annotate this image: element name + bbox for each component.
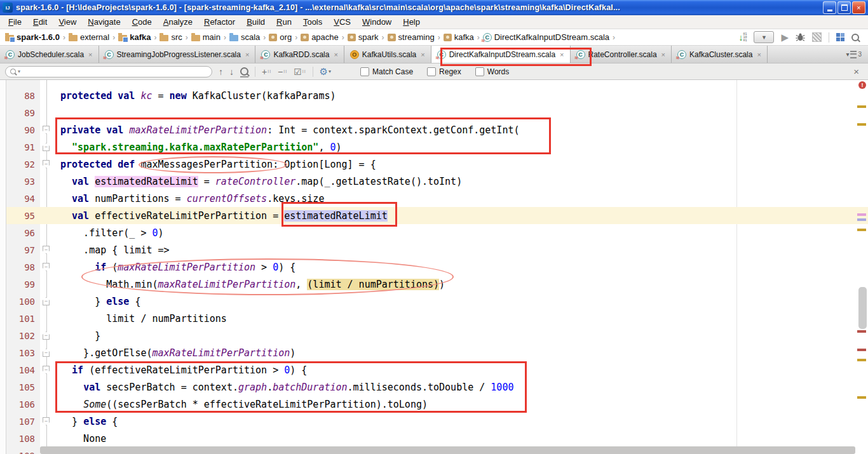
tab-kafkacluster-scala[interactable]: CKafkaCluster.scala× — [672, 46, 768, 63]
fold-marker[interactable]: − — [43, 246, 50, 254]
code-line[interactable]: 102− } — [6, 327, 868, 344]
fold-marker[interactable]: − — [43, 297, 50, 305]
code-line[interactable]: 103− }.getOrElse(maxRateLimitPerPartitio… — [6, 344, 868, 361]
checkbox-words[interactable]: Words — [475, 67, 509, 76]
select-all-occurrences-button[interactable]: ☑II — [294, 67, 306, 76]
fold-marker[interactable]: − — [43, 349, 50, 357]
stripe-mark[interactable] — [857, 359, 866, 361]
menu-item-edit[interactable]: Edit — [27, 16, 53, 28]
code-line[interactable]: 99 Math.min(maxRateLimitPerPartition, (l… — [6, 276, 868, 293]
breadcrumb-item-scala[interactable]: scala — [228, 32, 261, 42]
close-tab-icon[interactable]: × — [88, 51, 92, 58]
code-line[interactable]: 106 Some((secsPerBatch * effectiveRateLi… — [6, 396, 868, 413]
breadcrumb-item-spark-1-6-0[interactable]: spark-1.6.0 — [4, 32, 61, 42]
tab-directkafkainputdstream-scala[interactable]: CDirectKafkaInputDStream.scala× — [431, 46, 571, 63]
code-line[interactable]: 100− } else { — [6, 293, 868, 310]
fold-marker[interactable]: − — [43, 160, 50, 168]
checkbox-match-case[interactable]: Match Case — [360, 67, 413, 76]
coverage-icon[interactable] — [812, 32, 822, 42]
close-tab-icon[interactable]: × — [661, 51, 665, 58]
stripe-mark[interactable] — [857, 229, 866, 231]
code-line[interactable]: 93 val estimatedRateLimit = rateControll… — [6, 173, 868, 190]
debug-icon[interactable] — [796, 32, 805, 42]
search-icon[interactable] — [851, 34, 859, 41]
code-line[interactable]: 90−private val maxRateLimitPerPartition:… — [6, 121, 868, 138]
breadcrumb-item-apache[interactable]: apache — [299, 32, 340, 42]
search-history-dropdown-icon[interactable]: ▾ — [18, 69, 20, 74]
tab-jobscheduler-scala[interactable]: CJobScheduler.scala× — [0, 46, 99, 63]
code-line[interactable]: 88protected val kc = new KafkaCluster(ka… — [6, 87, 868, 104]
close-tab-icon[interactable]: × — [334, 51, 337, 58]
horizontal-scrollbar[interactable] — [40, 446, 855, 454]
remove-selection-button[interactable]: −II — [278, 67, 287, 76]
menu-item-tools[interactable]: Tools — [297, 16, 328, 28]
code-line[interactable]: 98− if (maxRateLimitPerPartition > 0) { — [6, 258, 868, 276]
breadcrumb-item-src[interactable]: src — [158, 32, 183, 42]
restore-button[interactable] — [837, 1, 851, 14]
code-line[interactable]: 89 — [6, 104, 868, 121]
menu-item-file[interactable]: File — [3, 16, 27, 28]
previous-occurrence-button[interactable]: ↑ — [219, 67, 223, 76]
tab-streamingjobprogresslistener-scala[interactable]: CStreamingJobProgressListener.scala× — [99, 46, 256, 63]
breadcrumb-item-directkafkainputdstream-scala[interactable]: CDirectKafkaInputDStream.scala — [482, 32, 611, 42]
menu-item-refactor[interactable]: Refactor — [198, 16, 241, 28]
run-icon[interactable]: ▶ — [781, 32, 789, 42]
menu-item-window[interactable]: Window — [356, 16, 397, 28]
fold-marker[interactable]: − — [43, 143, 50, 151]
menu-item-run[interactable]: Run — [271, 16, 297, 28]
run-config-dropdown[interactable]: ▼ — [754, 31, 774, 43]
fold-marker[interactable]: − — [43, 126, 50, 134]
vcs-update-icon[interactable]: ↓011001 — [738, 32, 747, 42]
fold-marker[interactable]: − — [43, 417, 50, 425]
breadcrumb-item-streaming[interactable]: streaming — [386, 32, 436, 42]
breadcrumb-item-kafka[interactable]: kafka — [442, 32, 475, 42]
minimize-button[interactable] — [823, 1, 836, 14]
code-line[interactable]: 101 limit / numPartitions — [6, 310, 868, 327]
breadcrumb-item-org[interactable]: org — [268, 32, 293, 42]
code-line[interactable]: 96 .filter(_ > 0) — [6, 224, 868, 241]
grid-icon[interactable] — [836, 33, 844, 41]
fold-marker[interactable]: − — [43, 331, 50, 340]
breadcrumb-item-kafka[interactable]: kafka — [117, 32, 152, 42]
error-indicator[interactable]: ! — [858, 81, 866, 89]
code-line[interactable]: 108 None — [6, 430, 868, 447]
close-tab-icon[interactable]: × — [245, 51, 249, 58]
close-tab-icon[interactable]: × — [421, 51, 424, 58]
stripe-mark[interactable] — [857, 123, 866, 126]
stripe-mark[interactable] — [857, 218, 866, 221]
code-line[interactable]: 107− } else { — [6, 413, 868, 430]
code-editor[interactable]: 88protected val kc = new KafkaCluster(ka… — [0, 80, 868, 454]
code-line[interactable]: 94 val numPartitions = currentOffsets.ke… — [6, 190, 868, 207]
menu-item-code[interactable]: Code — [126, 16, 158, 28]
menu-item-navigate[interactable]: Navigate — [82, 16, 126, 28]
checkbox-regex[interactable]: Regex — [427, 67, 461, 76]
menu-item-help[interactable]: Help — [397, 16, 426, 28]
fold-marker[interactable]: − — [43, 366, 50, 374]
fold-marker[interactable]: − — [43, 263, 50, 271]
code-line[interactable]: 97− .map { limit => — [6, 241, 868, 258]
vertical-scrollbar[interactable] — [858, 287, 867, 329]
add-selection-button[interactable]: +II — [262, 67, 271, 76]
tab-kafkautils-scala[interactable]: OKafkaUtils.scala× — [344, 46, 431, 63]
menu-item-view[interactable]: View — [53, 16, 82, 28]
breadcrumb-item-main[interactable]: main — [190, 32, 222, 42]
stripe-mark[interactable] — [857, 213, 866, 216]
search-input[interactable] — [22, 67, 207, 77]
breadcrumb-item-external[interactable]: external — [67, 32, 111, 42]
next-occurrence-button[interactable]: ↓ — [229, 67, 234, 76]
code-line[interactable]: 105 val secsPerBatch = context.graph.bat… — [6, 378, 868, 396]
search-field[interactable]: ▾ — [5, 66, 212, 77]
stripe-mark[interactable] — [857, 349, 866, 351]
close-button[interactable]: × — [852, 1, 865, 14]
search-settings-button[interactable]: ⚙▾ — [320, 66, 331, 77]
code-line[interactable]: 91− "spark.streaming.kafka.maxRatePerPar… — [6, 138, 868, 156]
code-line[interactable]: 95 val effectiveRateLimitPerPartition = … — [6, 207, 868, 224]
code-line[interactable]: 104− if (effectiveRateLimitPerPartition … — [6, 361, 868, 378]
code-line[interactable]: 92−protected def maxMessagesPerPartition… — [6, 156, 868, 173]
tab-kafkardd-scala[interactable]: CKafkaRDD.scala× — [255, 46, 344, 63]
stripe-mark[interactable] — [857, 105, 866, 108]
breadcrumb-item-spark[interactable]: spark — [346, 32, 380, 42]
find-all-icon[interactable] — [240, 67, 248, 76]
menu-item-build[interactable]: Build — [241, 16, 271, 28]
menu-item-analyze[interactable]: Analyze — [158, 16, 198, 28]
